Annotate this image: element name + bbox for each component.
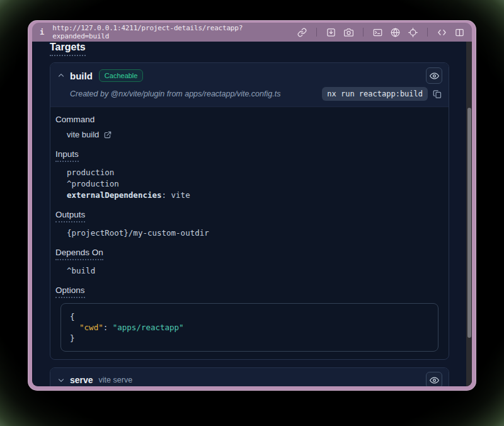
options-heading: Options xyxy=(55,285,438,298)
eye-icon xyxy=(430,376,439,385)
split-view-icon[interactable] xyxy=(455,28,464,37)
eye-icon xyxy=(430,71,439,81)
json-key: "cwd" xyxy=(79,323,103,332)
copy-icon xyxy=(433,89,442,99)
input-entry: externalDependencies: vite xyxy=(67,190,438,201)
json-line: "cwd": "apps/reactapp" xyxy=(70,322,429,333)
camera-icon[interactable] xyxy=(344,28,353,37)
code-icon[interactable] xyxy=(437,28,447,37)
eye-button[interactable] xyxy=(426,372,442,386)
build-target-card: build Cacheable Created by @nx/vite/plug… xyxy=(50,62,449,360)
serve-title-row[interactable]: serve vite serve xyxy=(50,368,449,386)
serve-command-text: vite serve xyxy=(99,376,133,384)
chevron-up-icon[interactable] xyxy=(57,71,66,80)
depends-on-section: Depends On ^build xyxy=(55,248,438,277)
external-link-icon xyxy=(103,130,112,139)
browser-window: i http://127.0.0.1:4211/project-details/… xyxy=(28,20,476,391)
json-line: } xyxy=(70,333,429,343)
inputs-section: Inputs production ^production externalDe… xyxy=(55,149,438,201)
scrollbar-track[interactable] xyxy=(466,42,472,386)
command-value: vite build xyxy=(67,129,438,141)
browser-toolbar: i http://127.0.0.1:4211/project-details/… xyxy=(32,23,472,42)
output-entry: {projectRoot}/my-custom-outdir xyxy=(67,227,438,239)
outputs-section: Outputs {projectRoot}/my-custom-outdir xyxy=(55,210,438,239)
target-name: serve xyxy=(70,375,93,385)
toolbar-divider xyxy=(316,28,317,37)
cacheable-badge: Cacheable xyxy=(99,69,144,82)
command-section: Command vite build xyxy=(55,115,438,141)
build-card-body: Command vite build Inputs production ^pr… xyxy=(50,106,449,359)
chevron-down-icon[interactable] xyxy=(57,376,66,384)
outputs-heading: Outputs xyxy=(55,210,438,222)
options-section: Options { "cwd": "apps/reactapp"} xyxy=(55,285,438,352)
build-title-row[interactable]: build Cacheable xyxy=(50,63,449,86)
link-icon[interactable] xyxy=(297,28,307,37)
toolbar-divider xyxy=(427,28,428,37)
created-by-text: Created by @nx/vite/plugin from apps/rea… xyxy=(70,89,280,98)
toolbar-divider xyxy=(363,28,364,37)
inputs-heading: Inputs xyxy=(55,149,438,162)
toolbar-actions xyxy=(297,28,464,37)
depends-on-heading: Depends On xyxy=(55,248,438,260)
depends-on-entry: ^build xyxy=(67,265,438,277)
eye-button[interactable] xyxy=(426,67,442,84)
info-icon: i xyxy=(40,28,44,37)
url-bar[interactable]: http://127.0.0.1:4211/project-details/re… xyxy=(52,24,297,40)
json-line: { xyxy=(70,311,429,322)
external-link-button[interactable] xyxy=(103,130,112,139)
desktop-background: i http://127.0.0.1:4211/project-details/… xyxy=(0,0,504,426)
globe-icon[interactable] xyxy=(391,28,400,37)
terminal-icon[interactable] xyxy=(373,28,382,37)
run-command-chip: nx run reactapp:build xyxy=(322,87,428,101)
input-entry: ^production xyxy=(67,178,438,190)
download-icon[interactable] xyxy=(326,28,336,37)
build-card-header: build Cacheable Created by @nx/vite/plug… xyxy=(50,63,449,106)
copy-button[interactable] xyxy=(433,89,442,99)
crosshair-icon[interactable] xyxy=(408,28,418,37)
command-heading: Command xyxy=(55,115,438,124)
targets-heading: Targets xyxy=(50,42,86,56)
page-content: Targets build Cacheable Created by @nx/v… xyxy=(32,42,472,386)
serve-target-card: serve vite serve xyxy=(50,367,449,386)
scrollbar-thumb[interactable] xyxy=(467,108,471,338)
input-entry: production xyxy=(67,167,438,178)
json-string-value: "apps/reactapp" xyxy=(113,323,184,332)
created-by-row: Created by @nx/vite/plugin from apps/rea… xyxy=(50,86,449,106)
target-name: build xyxy=(70,71,93,81)
options-json-block: { "cwd": "apps/reactapp"} xyxy=(60,303,438,352)
